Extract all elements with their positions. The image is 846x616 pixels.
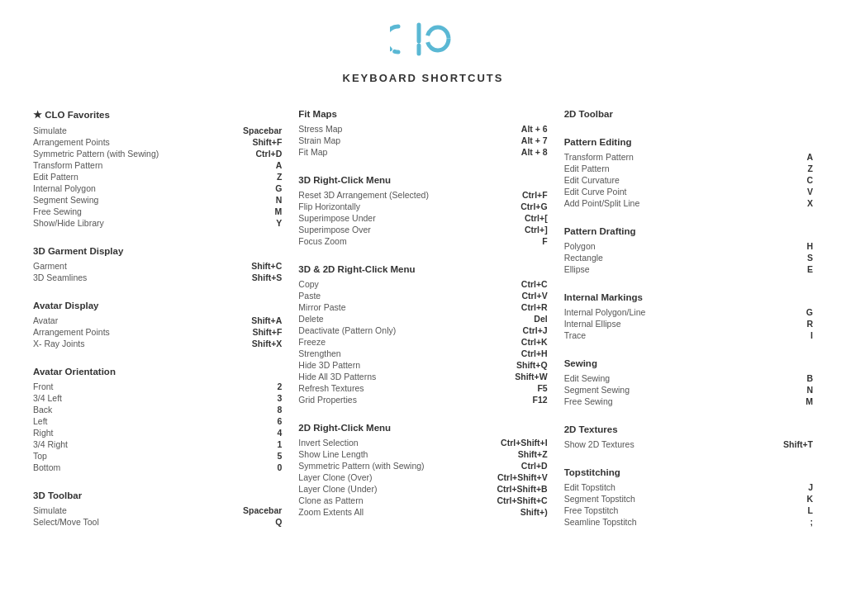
section-2-3: Internal MarkingsInternal Polygon/LineGI… (564, 292, 813, 340)
shortcut-label: Simulate (33, 126, 243, 135)
shortcut-row: PolygonH (564, 241, 813, 251)
shortcut-row: Segment SewingN (33, 195, 282, 205)
shortcut-key: Ctrl+] (525, 225, 548, 235)
shortcut-row: SimulateSpacebar (33, 505, 282, 515)
shortcut-label: Superimpose Over (298, 225, 525, 235)
shortcut-label: Freeze (298, 337, 521, 347)
shortcut-key: 8 (277, 405, 282, 415)
page-title: KEYBOARD SHORTCUTS (17, 72, 829, 84)
shortcut-label: Clone as Pattern (298, 495, 497, 505)
shortcut-key: N (806, 385, 813, 395)
shortcut-label: Free Sewing (564, 396, 806, 406)
shortcut-label: Segment Sewing (564, 385, 807, 395)
section-title-1-3: 2D Right-Click Menu (298, 423, 547, 433)
shortcut-label: Symmetric Pattern (with Sewing) (33, 149, 256, 159)
shortcut-label: Trace (564, 330, 810, 340)
shortcut-row: Superimpose UnderCtrl+[ (298, 213, 547, 223)
shortcut-row: Transform PatternA (564, 152, 813, 162)
column-0: ★ CLO FavoritesSimulateSpacebarArrangeme… (25, 109, 290, 545)
shortcut-key: K (806, 494, 813, 504)
shortcut-key: Z (277, 172, 282, 182)
shortcut-row: DeleteDel (298, 314, 547, 324)
shortcut-key: 1 (277, 439, 282, 449)
shortcut-row: Transform PatternA (33, 160, 282, 170)
shortcut-key: Spacebar (243, 505, 282, 515)
shortcut-label: Superimpose Under (298, 213, 525, 223)
section-title-0-1: 3D Garment Display (33, 246, 282, 256)
section-title-2-5: 2D Textures (564, 424, 813, 434)
shortcut-label: Show Line Length (298, 449, 517, 459)
shortcut-row: 3/4 Right1 (33, 439, 282, 449)
shortcut-row: Show Line LengthShift+Z (298, 449, 547, 459)
shortcut-key: 5 (277, 451, 282, 461)
shortcut-label: Reset 3D Arrangement (Selected) (298, 190, 522, 200)
shortcut-key: Shift+F (252, 137, 282, 147)
shortcut-label: Strain Map (298, 135, 521, 145)
shortcut-row: Focus ZoomF (298, 236, 547, 246)
shortcut-key: Ctrl+C (521, 279, 548, 289)
shortcut-label: Copy (298, 279, 521, 289)
shortcut-key: Ctrl+D (256, 149, 283, 159)
shortcut-row: PasteCtrl+V (298, 291, 547, 301)
shortcut-label: Garment (33, 261, 251, 271)
shortcut-row: Layer Clone (Under)Ctrl+Shift+B (298, 484, 547, 494)
shortcut-label: 3D Seamlines (33, 272, 252, 282)
shortcut-row: Free TopstitchL (564, 505, 813, 515)
shortcut-row: Arrangement PointsShift+F (33, 137, 282, 147)
shortcut-label: Hide 3D Pattern (298, 360, 516, 370)
shortcut-key: Shift+C (251, 261, 282, 271)
shortcut-row: Left6 (33, 416, 282, 426)
shortcut-label: Stress Map (298, 124, 521, 134)
shortcut-key: A (806, 152, 813, 162)
shortcut-key: L (808, 505, 813, 515)
shortcut-row: Invert SelectionCtrl+Shift+I (298, 438, 547, 448)
shortcut-row: Edit Curve PointV (564, 187, 813, 197)
shortcut-label: Add Point/Split Line (564, 198, 807, 208)
shortcut-row: Hide 3D PatternShift+Q (298, 360, 547, 370)
shortcut-label: Internal Ellipse (564, 319, 807, 329)
shortcut-key: 0 (277, 462, 282, 472)
shortcut-key: Ctrl+K (521, 337, 548, 347)
shortcut-key: Shift+Z (518, 449, 548, 459)
shortcut-key: A (276, 160, 283, 170)
shortcut-key: Ctrl+Shift+I (501, 438, 548, 448)
shortcut-row: Fit MapAlt + 8 (298, 147, 547, 157)
section-1-2: 3D & 2D Right-Click MenuCopyCtrl+CPasteC… (298, 264, 547, 405)
shortcut-label: Avatar (33, 315, 251, 325)
shortcut-key: H (806, 241, 813, 251)
shortcut-key: Shift+W (515, 372, 547, 381)
shortcut-key: I (810, 330, 813, 340)
shortcut-row: Edit TopstitchJ (564, 482, 813, 492)
shortcut-key: J (808, 482, 813, 492)
shortcut-label: Bottom (33, 462, 277, 472)
svg-point-1 (427, 27, 449, 50)
shortcut-row: Hide All 3D PatternsShift+W (298, 372, 547, 381)
section-1-0: Fit MapsStress MapAlt + 6Strain MapAlt +… (298, 109, 547, 157)
shortcut-row: AvatarShift+A (33, 315, 282, 325)
shortcut-row: FreezeCtrl+K (298, 337, 547, 347)
shortcut-row: RectangleS (564, 253, 813, 263)
section-title-0-4: 3D Toolbar (33, 490, 282, 500)
shortcut-key: Ctrl+J (523, 325, 548, 335)
page-header: KEYBOARD SHORTCUTS (17, 17, 829, 84)
shortcut-row: EllipseE (564, 264, 813, 274)
section-title-1-1: 3D Right-Click Menu (298, 175, 547, 185)
shortcut-label: Mirror Paste (298, 302, 521, 312)
shortcut-row: Arrangement PointsShift+F (33, 327, 282, 337)
shortcut-row: Internal PolygonG (33, 183, 282, 193)
shortcut-row: Grid PropertiesF12 (298, 395, 547, 405)
shortcut-row: Edit CurvatureC (564, 175, 813, 185)
shortcut-row: Top5 (33, 451, 282, 461)
shortcut-row: GarmentShift+C (33, 261, 282, 271)
shortcut-key: Ctrl+Shift+V (497, 472, 548, 482)
shortcut-row: CopyCtrl+C (298, 279, 547, 289)
shortcut-key: Ctrl+V (521, 291, 547, 301)
shortcut-key: C (806, 175, 813, 185)
shortcut-row: Zoom Extents AllShift+) (298, 507, 547, 517)
shortcut-key: Q (275, 517, 282, 527)
shortcut-key: F5 (537, 383, 547, 393)
shortcut-label: Segment Sewing (33, 195, 276, 205)
shortcut-key: E (807, 264, 813, 274)
shortcut-row: Deactivate (Pattern Only)Ctrl+J (298, 325, 547, 335)
shortcut-label: X- Ray Joints (33, 339, 252, 348)
